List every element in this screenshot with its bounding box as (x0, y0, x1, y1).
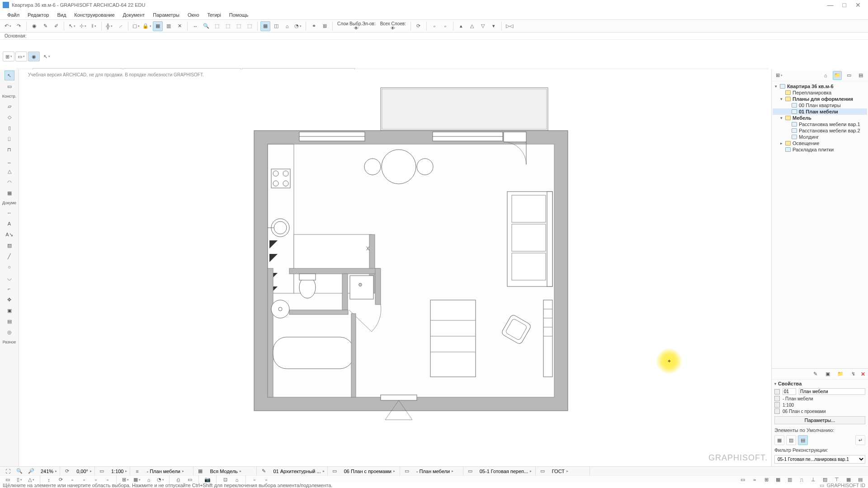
undo-button[interactable]: ↶ (3, 21, 13, 31)
mode-b[interactable]: ◫ (271, 21, 281, 31)
menu-file[interactable]: Файл (4, 11, 23, 19)
nav-mode[interactable]: ⊞ (774, 71, 783, 80)
inject-button[interactable]: ✐ (51, 21, 61, 31)
close-button[interactable]: ✕ (855, 1, 861, 9)
brand-id[interactable]: GRAPHISOFT ID (827, 483, 865, 488)
menu-twinmotion[interactable]: Teгиpi (204, 11, 225, 19)
marquee-tool[interactable]: ▭ (5, 81, 14, 91)
roof-tool[interactable]: △ (5, 166, 14, 176)
mini-2[interactable]: ▭ (15, 52, 27, 61)
tree-item[interactable]: Расстановка мебели вар.2 (773, 127, 867, 134)
prop-id-input[interactable] (783, 388, 796, 395)
guide-mode[interactable]: ⫴ (89, 21, 99, 31)
project-tree[interactable]: ▾Квартира 36 кв.м-6Перепланировка▾Планы … (772, 81, 868, 368)
grid-button[interactable]: ╬ (104, 21, 114, 31)
arrow-tool[interactable]: ↖ (5, 70, 14, 80)
snap-mode[interactable]: ⊹ (78, 21, 88, 31)
label-tool[interactable]: A↘ (5, 230, 14, 239)
tree-item[interactable]: Раскладка плитки (773, 146, 867, 153)
menu-view[interactable]: Вид (53, 11, 70, 19)
dimension-tool[interactable]: ↔ (5, 208, 14, 218)
tree-item[interactable]: ▸Освещение (773, 140, 867, 146)
prop-close[interactable]: ✕ (861, 371, 865, 377)
eyedropper-button[interactable]: ✎ (40, 21, 50, 31)
maximize-button[interactable]: □ (843, 1, 846, 9)
morph-tool[interactable]: ◎ (5, 327, 14, 337)
order-4[interactable]: ▾ (489, 21, 499, 31)
def-1[interactable]: ▦ (774, 435, 784, 445)
redo-button[interactable]: ↷ (14, 21, 24, 31)
lock-tool[interactable]: 🔒 (142, 21, 152, 31)
ruler-button[interactable]: ⟋ (115, 21, 125, 31)
pick-button[interactable]: ◉ (29, 21, 39, 31)
sb-std[interactable]: ▭ (538, 466, 547, 476)
move-tool[interactable]: ✥ (5, 295, 14, 305)
menu-edit[interactable]: Редактор (24, 11, 52, 19)
door-tool[interactable]: ⌷ (5, 134, 14, 144)
tool1[interactable]: ⬚ (212, 21, 222, 31)
sb-recon[interactable]: ▭ (465, 466, 475, 476)
menu-design[interactable]: Конструирование (71, 11, 118, 19)
object-tool[interactable]: ▣ (5, 305, 14, 315)
sb-floor[interactable]: ▭ (330, 466, 340, 476)
tree-item[interactable]: ▾Мебель (773, 115, 867, 121)
nav-house-icon[interactable]: ⌂ (821, 71, 830, 80)
nav-folder-icon[interactable]: 📁 (833, 71, 842, 80)
align-2[interactable]: ▫ (440, 21, 450, 31)
menu-help[interactable]: Помощь (226, 11, 252, 19)
tree-item[interactable]: ▾Квартира 36 кв.м-6 (773, 83, 867, 89)
mode-c[interactable]: ⌂ (282, 21, 292, 31)
tree-item[interactable]: Молдинг (773, 134, 867, 140)
text-tool[interactable]: A (5, 219, 14, 229)
shell-tool[interactable]: ◠ (5, 177, 14, 187)
params-button[interactable]: Параметры... (774, 416, 865, 424)
tool4[interactable]: ⬚ (245, 21, 255, 31)
circle-tool[interactable]: ○ (5, 262, 14, 272)
trace-ref-button[interactable]: ▥ (164, 21, 174, 31)
eye-icon[interactable]: 👁 (354, 26, 359, 31)
sb-view[interactable]: ▭ (402, 466, 412, 476)
box-tool[interactable]: ▢ (131, 21, 141, 31)
tree-item[interactable]: Перепланировка (773, 89, 867, 96)
tree-item[interactable]: 00 План квартиры (773, 102, 867, 108)
mesh-tool[interactable]: ▦ (5, 188, 14, 198)
measure-button[interactable]: ↔ (190, 21, 200, 31)
nav-book-icon[interactable]: ▭ (844, 71, 854, 80)
minimize-button[interactable]: — (827, 1, 834, 9)
wall-tool[interactable]: ▱ (5, 101, 14, 111)
column-tool[interactable]: ▯ (5, 123, 14, 133)
link-button[interactable]: ⚭ (309, 21, 319, 31)
hatch-tool[interactable]: ▨ (5, 240, 14, 250)
prop-folder[interactable]: 📁 (835, 369, 845, 379)
arrow-mode[interactable]: ↖ (67, 21, 77, 31)
def-2[interactable]: ▨ (786, 435, 796, 445)
prop-del[interactable]: ↯ (848, 369, 858, 379)
mini-3[interactable]: ◉ (28, 52, 40, 61)
prop-save[interactable]: ▣ (823, 369, 833, 379)
menu-document[interactable]: Документ (119, 11, 149, 19)
prop-new[interactable]: ✎ (810, 369, 820, 379)
order-3[interactable]: ▽ (478, 21, 488, 31)
mode-a[interactable]: ▦ (260, 21, 270, 31)
cloud-icon[interactable]: ▭ (820, 483, 824, 488)
align-1[interactable]: ▫ (429, 21, 439, 31)
def-3[interactable]: ▤ (798, 435, 808, 445)
tree-item[interactable]: ▾Планы для оформления (773, 96, 867, 102)
prop-header[interactable]: Свойства (772, 380, 868, 388)
find-button[interactable]: 🔍 (201, 21, 211, 31)
slab-tool[interactable]: ◇ (5, 112, 14, 122)
menu-options[interactable]: Параметры (149, 11, 183, 19)
menu-window[interactable]: Окно (184, 11, 203, 19)
mode-d[interactable]: ◔ (293, 21, 303, 31)
polyline-tool[interactable]: ⌐ (5, 284, 14, 294)
order-1[interactable]: ▴ (456, 21, 466, 31)
refresh-button[interactable]: ⟳ (414, 21, 424, 31)
tree-item[interactable]: Расстановка мебели вар.1 (773, 121, 867, 127)
drawing-canvas[interactable]: Учебная версия ARCHICAD, не для продажи.… (19, 70, 771, 466)
line-tool[interactable]: ╱ (5, 251, 14, 261)
mini-4[interactable]: ↖ (41, 52, 52, 61)
recon-select[interactable]: 05-1 Готовая пе...ланировка вар.1 (774, 455, 865, 464)
nav-layout-icon[interactable]: ▤ (856, 71, 865, 80)
arc-tool[interactable]: ◡ (5, 273, 14, 283)
zone-tool[interactable]: ▤ (5, 316, 14, 326)
